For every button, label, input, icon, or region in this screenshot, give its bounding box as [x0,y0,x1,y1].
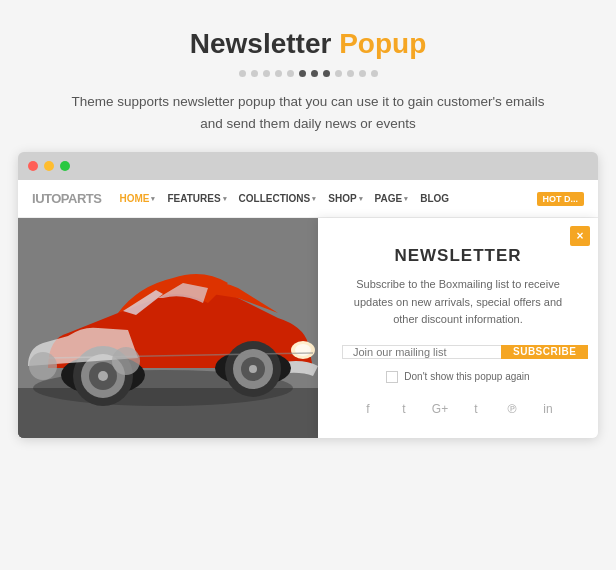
dot-active [299,70,306,77]
top-section: Newsletter Popup Theme supports newslett… [0,0,616,152]
nav-item-features[interactable]: FEATURES ▾ [167,193,226,204]
nav-arrow-features: ▾ [223,195,227,203]
email-form-row: SUBSCRIBE [342,345,574,359]
svg-point-15 [249,365,257,373]
social-icons-row: f t G+ t ℗ in [356,397,560,421]
dot [239,70,246,77]
browser-expand-dot [60,161,70,171]
newsletter-title: NEWSLETTER [394,246,521,266]
car-image-area [18,218,318,438]
dont-show-row: Don't show this popup again [386,371,529,383]
dont-show-label: Don't show this popup again [404,371,529,382]
dot-active [311,70,318,77]
dot [275,70,282,77]
browser-bar [18,152,598,180]
browser-close-dot [28,161,38,171]
svg-point-16 [29,352,57,380]
site-logo: IUTOPARTS [32,191,101,206]
close-button[interactable]: × [570,226,590,246]
svg-point-11 [98,371,108,381]
nav-item-shop[interactable]: SHOP ▾ [328,193,362,204]
page-title: Newsletter Popup [20,28,596,60]
newsletter-popup: × NEWSLETTER Subscribe to the Boxmailing… [318,218,598,438]
car-illustration [18,218,318,438]
facebook-icon[interactable]: f [356,397,380,421]
nav-arrow-page: ▾ [404,195,408,203]
svg-point-17 [112,347,140,375]
nav-items: HOME ▾ FEATURES ▾ COLLECTIONS ▾ SHOP ▾ P… [119,192,584,206]
dot [251,70,258,77]
dot [335,70,342,77]
nav-item-home[interactable]: HOME ▾ [119,193,155,204]
dot [371,70,378,77]
nav-item-collections[interactable]: COLLECTIONS ▾ [239,193,317,204]
dot [347,70,354,77]
dot [263,70,270,77]
nav-item-page[interactable]: PAGE ▾ [375,193,409,204]
email-input[interactable] [342,345,501,359]
dots-indicator [20,70,596,77]
dont-show-checkbox[interactable] [386,371,398,383]
tumblr-icon[interactable]: t [464,397,488,421]
nav-hot-badge: HOT D... [537,192,585,206]
dot-active [323,70,330,77]
dot [359,70,366,77]
pinterest-icon[interactable]: ℗ [500,397,524,421]
browser-mockup: IUTOPARTS HOME ▾ FEATURES ▾ COLLECTIONS … [18,152,598,438]
twitter-icon[interactable]: t [392,397,416,421]
subscribe-button[interactable]: SUBSCRIBE [501,345,588,359]
nav-item-blog[interactable]: BLOG [420,193,449,204]
linkedin-icon[interactable]: in [536,397,560,421]
nav-arrow-home: ▾ [151,195,155,203]
newsletter-description: Subscribe to the Boxmailing list to rece… [342,276,574,329]
dot [287,70,294,77]
header-description: Theme supports newsletter popup that you… [68,91,548,134]
site-navbar: IUTOPARTS HOME ▾ FEATURES ▾ COLLECTIONS … [18,180,598,218]
svg-point-5 [295,344,311,356]
nav-arrow-shop: ▾ [359,195,363,203]
nav-arrow-collections: ▾ [312,195,316,203]
site-content: × NEWSLETTER Subscribe to the Boxmailing… [18,218,598,438]
browser-minimize-dot [44,161,54,171]
googleplus-icon[interactable]: G+ [428,397,452,421]
